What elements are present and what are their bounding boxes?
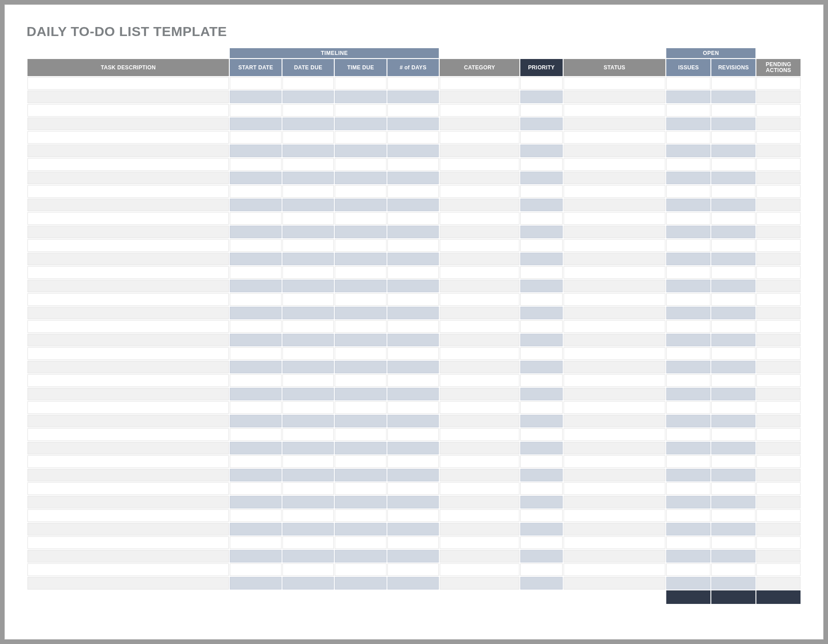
cell-start-date[interactable]: [230, 199, 281, 211]
cell-issues[interactable]: [666, 118, 710, 130]
cell-priority[interactable]: [520, 307, 563, 319]
cell-issues[interactable]: [666, 307, 710, 319]
cell-time-due[interactable]: [335, 293, 386, 306]
cell-num-days[interactable]: [387, 347, 439, 360]
cell-num-days[interactable]: [387, 199, 439, 211]
cell-revisions[interactable]: [711, 118, 755, 130]
cell-category[interactable]: [440, 172, 519, 184]
cell-revisions[interactable]: [711, 185, 755, 198]
cell-status[interactable]: [564, 442, 666, 454]
cell-time-due[interactable]: [335, 455, 386, 468]
cell-priority[interactable]: [520, 577, 563, 590]
cell-task-description[interactable]: [27, 455, 229, 468]
cell-pending-actions[interactable]: [756, 104, 801, 117]
cell-time-due[interactable]: [335, 334, 386, 346]
cell-pending-actions[interactable]: [756, 347, 801, 360]
cell-category[interactable]: [440, 469, 519, 481]
cell-date-due[interactable]: [282, 212, 334, 225]
cell-num-days[interactable]: [387, 253, 439, 265]
cell-pending-actions[interactable]: [756, 172, 801, 184]
cell-date-due[interactable]: [282, 320, 334, 333]
cell-category[interactable]: [440, 374, 519, 387]
cell-time-due[interactable]: [335, 401, 386, 414]
cell-time-due[interactable]: [335, 428, 386, 441]
cell-date-due[interactable]: [282, 226, 334, 238]
cell-task-description[interactable]: [27, 199, 229, 211]
cell-status[interactable]: [564, 428, 666, 441]
cell-revisions[interactable]: [711, 266, 755, 279]
cell-date-due[interactable]: [282, 361, 334, 373]
cell-task-description[interactable]: [27, 320, 229, 333]
cell-revisions[interactable]: [711, 388, 755, 400]
cell-issues[interactable]: [666, 145, 710, 157]
cell-time-due[interactable]: [335, 118, 386, 130]
cell-issues[interactable]: [666, 536, 710, 549]
cell-pending-actions[interactable]: [756, 239, 801, 252]
cell-task-description[interactable]: [27, 212, 229, 225]
cell-priority[interactable]: [520, 361, 563, 373]
cell-revisions[interactable]: [711, 415, 755, 427]
cell-category[interactable]: [440, 442, 519, 454]
cell-pending-actions[interactable]: [756, 563, 801, 576]
cell-num-days[interactable]: [387, 293, 439, 306]
cell-time-due[interactable]: [335, 253, 386, 265]
cell-num-days[interactable]: [387, 442, 439, 454]
cell-status[interactable]: [564, 239, 666, 252]
cell-time-due[interactable]: [335, 415, 386, 427]
cell-issues[interactable]: [666, 253, 710, 265]
cell-revisions[interactable]: [711, 496, 755, 508]
cell-num-days[interactable]: [387, 185, 439, 198]
cell-start-date[interactable]: [230, 266, 281, 279]
cell-priority[interactable]: [520, 509, 563, 522]
cell-date-due[interactable]: [282, 550, 334, 562]
cell-issues[interactable]: [666, 131, 710, 144]
cell-start-date[interactable]: [230, 172, 281, 184]
cell-category[interactable]: [440, 428, 519, 441]
cell-status[interactable]: [564, 212, 666, 225]
cell-task-description[interactable]: [27, 374, 229, 387]
cell-num-days[interactable]: [387, 536, 439, 549]
cell-category[interactable]: [440, 523, 519, 535]
cell-priority[interactable]: [520, 415, 563, 427]
cell-start-date[interactable]: [230, 415, 281, 427]
cell-revisions[interactable]: [711, 455, 755, 468]
cell-pending-actions[interactable]: [756, 523, 801, 535]
cell-start-date[interactable]: [230, 469, 281, 481]
cell-pending-actions[interactable]: [756, 401, 801, 414]
cell-num-days[interactable]: [387, 172, 439, 184]
cell-time-due[interactable]: [335, 131, 386, 144]
cell-category[interactable]: [440, 104, 519, 117]
cell-issues[interactable]: [666, 347, 710, 360]
cell-start-date[interactable]: [230, 239, 281, 252]
cell-time-due[interactable]: [335, 91, 386, 103]
cell-issues[interactable]: [666, 158, 710, 171]
cell-issues[interactable]: [666, 212, 710, 225]
cell-category[interactable]: [440, 388, 519, 400]
cell-task-description[interactable]: [27, 104, 229, 117]
cell-revisions[interactable]: [711, 428, 755, 441]
cell-category[interactable]: [440, 509, 519, 522]
cell-time-due[interactable]: [335, 212, 386, 225]
cell-num-days[interactable]: [387, 320, 439, 333]
cell-status[interactable]: [564, 496, 666, 508]
cell-date-due[interactable]: [282, 172, 334, 184]
cell-time-due[interactable]: [335, 145, 386, 157]
cell-category[interactable]: [440, 401, 519, 414]
cell-start-date[interactable]: [230, 482, 281, 495]
cell-revisions[interactable]: [711, 145, 755, 157]
cell-issues[interactable]: [666, 226, 710, 238]
cell-date-due[interactable]: [282, 577, 334, 590]
cell-num-days[interactable]: [387, 455, 439, 468]
cell-status[interactable]: [564, 320, 666, 333]
cell-issues[interactable]: [666, 563, 710, 576]
cell-time-due[interactable]: [335, 104, 386, 117]
cell-task-description[interactable]: [27, 158, 229, 171]
cell-start-date[interactable]: [230, 334, 281, 346]
cell-status[interactable]: [564, 388, 666, 400]
cell-time-due[interactable]: [335, 347, 386, 360]
cell-date-due[interactable]: [282, 334, 334, 346]
cell-status[interactable]: [564, 266, 666, 279]
cell-time-due[interactable]: [335, 536, 386, 549]
cell-date-due[interactable]: [282, 509, 334, 522]
cell-issues[interactable]: [666, 442, 710, 454]
